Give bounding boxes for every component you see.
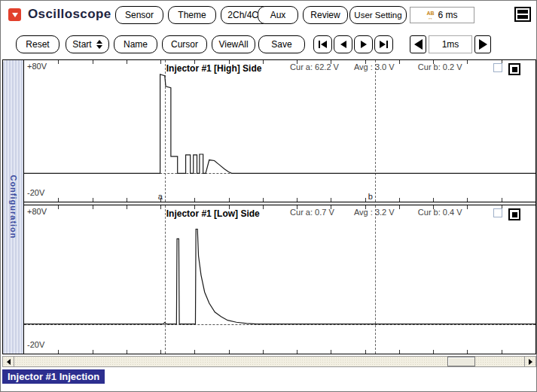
- viewall-button[interactable]: ViewAll: [212, 35, 255, 53]
- cursor-b-label: b: [368, 192, 373, 201]
- avg-measurement: Avg : 3.0 V: [354, 62, 395, 71]
- review-button[interactable]: Review: [303, 6, 348, 24]
- waveform-ch2: [24, 205, 535, 354]
- reset-button[interactable]: Reset: [16, 35, 59, 53]
- cursor-a-measurement: Cur a: 62.2 V: [290, 62, 339, 71]
- checkbox-fill: [512, 212, 517, 217]
- recording-name-label: Injector #1 Injection: [2, 369, 105, 384]
- channel-title: Injector #1 [High] Side: [166, 63, 262, 74]
- timebase-decrease-icon[interactable]: [410, 35, 426, 53]
- skip-to-start-icon[interactable]: [313, 35, 332, 53]
- theme-button[interactable]: Theme: [168, 6, 216, 24]
- timebase-increase-icon[interactable]: [474, 35, 491, 53]
- scroll-right-icon[interactable]: [524, 357, 535, 366]
- menu-bar: [517, 10, 528, 14]
- oscilloscope-app-window: Oscilloscope Sensor Theme 2Ch/4Ch Aux Re…: [0, 0, 537, 392]
- app-title: Oscilloscope: [28, 7, 111, 22]
- save-button[interactable]: Save: [258, 35, 305, 53]
- sensor-button[interactable]: Sensor: [115, 6, 163, 24]
- menu-bar: [517, 15, 528, 19]
- cursor-time-display: AB↔ 6 ms: [410, 7, 474, 23]
- cursor-b-measurement: Cur b: 0.4 V: [418, 208, 462, 217]
- ab-time-icon: AB↔: [426, 11, 434, 20]
- scrollbar-thumb[interactable]: [447, 357, 475, 366]
- channel-active-checkbox[interactable]: [508, 208, 520, 220]
- skip-to-end-icon[interactable]: [374, 35, 393, 53]
- start-button[interactable]: Start: [66, 35, 109, 53]
- cursor-a-label: a: [158, 192, 163, 201]
- horizontal-scrollbar[interactable]: [2, 356, 536, 367]
- channel-option-checkbox[interactable]: [493, 63, 502, 72]
- user-setting-button[interactable]: User Setting: [349, 6, 407, 24]
- y-min-label: -20V: [27, 188, 44, 197]
- name-button[interactable]: Name: [114, 35, 157, 53]
- scroll-left-icon[interactable]: [3, 357, 14, 366]
- step-back-icon[interactable]: [334, 35, 352, 53]
- scope-main-area: Configuration +80V -20V Injector #1 [Hig…: [2, 59, 536, 354]
- checkbox-fill: [512, 67, 517, 72]
- step-forward-icon[interactable]: [354, 35, 373, 53]
- aux-button[interactable]: Aux: [258, 6, 298, 24]
- down-triangle-icon: [12, 13, 18, 17]
- waveform-ch1: [24, 60, 535, 202]
- cursor-button[interactable]: Cursor: [162, 35, 207, 53]
- charts-container: +80V -20V Injector #1 [High] Side Cur a:…: [24, 60, 535, 354]
- channel-1-low-side-panel: +80V -20V Injector #1 [Low] Side Cur a: …: [24, 205, 535, 354]
- y-max-label: +80V: [27, 62, 47, 71]
- y-max-label: +80V: [27, 207, 47, 216]
- avg-measurement: Avg : 3.2 V: [354, 208, 395, 217]
- cursor-a-measurement: Cur a: 0.7 V: [290, 208, 334, 217]
- configuration-tab-label: Configuration: [9, 175, 18, 239]
- channel-option-checkbox[interactable]: [493, 208, 502, 217]
- app-logo-red-dropdown-icon[interactable]: [8, 8, 21, 21]
- menu-icon[interactable]: [514, 7, 531, 22]
- channel-active-checkbox[interactable]: [508, 63, 520, 75]
- cursor-b-measurement: Cur b: 0.2 V: [418, 62, 462, 71]
- y-min-label: -20V: [27, 340, 44, 349]
- time-value: 6 ms: [438, 10, 458, 20]
- channel-title: Injector #1 [Low] Side: [166, 208, 260, 219]
- up-down-stepper-icon: [96, 40, 102, 49]
- channel-1-high-side-panel: +80V -20V Injector #1 [High] Side Cur a:…: [24, 60, 535, 202]
- timebase-value: 1ms: [429, 35, 472, 53]
- configuration-tab[interactable]: Configuration: [3, 60, 24, 354]
